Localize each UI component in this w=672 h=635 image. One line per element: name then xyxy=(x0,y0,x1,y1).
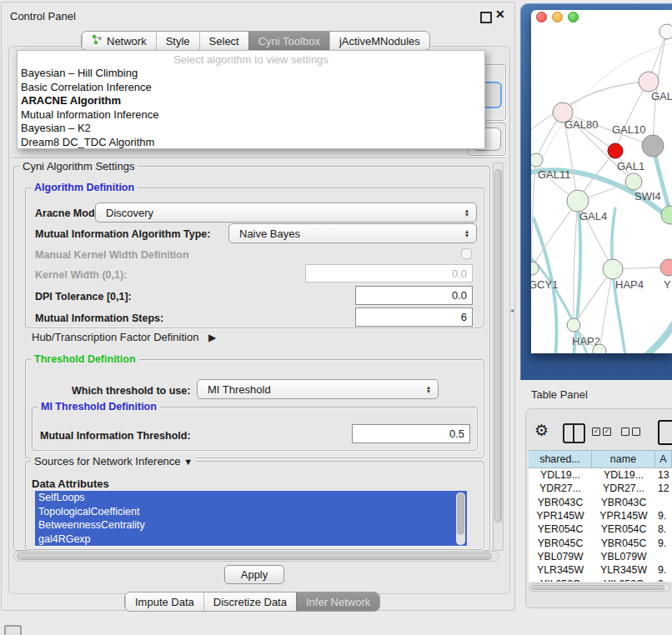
network-node[interactable] xyxy=(608,143,623,158)
settings-vertical-scrollbar[interactable] xyxy=(493,162,504,551)
tab[interactable]: Network xyxy=(82,32,156,50)
table-row[interactable]: YPR145W YPR145W 9. xyxy=(529,509,672,522)
window-zoom-icon[interactable] xyxy=(568,12,579,22)
settings-vertical-scrollbar-thumb[interactable] xyxy=(494,169,502,522)
tab[interactable]: Impute Data xyxy=(125,592,203,611)
network-icon xyxy=(92,34,103,48)
network-node[interactable] xyxy=(639,72,659,92)
network-node[interactable] xyxy=(603,259,623,279)
node-table: shared... name A YDL19... YDL19... 13 YD… xyxy=(529,450,672,582)
column-header-label: A xyxy=(659,453,666,465)
list-item[interactable]: BetweennessCentrality xyxy=(35,518,467,532)
tab[interactable]: Select xyxy=(199,32,248,50)
group-title: Algorithm Definition xyxy=(31,182,138,193)
list-item[interactable]: TopologicalCoefficient xyxy=(35,505,467,519)
hub-definition-expander[interactable]: Hub/Transcription Factor Definition ▶ xyxy=(32,331,216,343)
popup-item-list: Bayesian – Hill Climbing Basic Correlati… xyxy=(18,67,484,149)
table-row[interactable]: YLR345W YLR345W 9. xyxy=(529,563,672,577)
network-node[interactable] xyxy=(625,173,642,190)
cell-shared-name: YBR045C xyxy=(529,536,592,549)
algorithm-option-label: Dream8 DC_TDC Algorithm xyxy=(21,136,154,148)
close-icon[interactable]: ✕ xyxy=(495,8,505,21)
which-threshold-label: Which threshold to use: xyxy=(72,385,190,397)
algorithm-option[interactable]: Basic Correlation Inference xyxy=(18,81,484,95)
table-row[interactable]: YBR043C YBR043C xyxy=(529,496,672,509)
network-node[interactable] xyxy=(567,318,580,332)
table-row[interactable]: YDR27... YDR27... 12 xyxy=(529,482,672,495)
network-node[interactable] xyxy=(642,135,664,157)
table-header-row: shared... name A xyxy=(529,450,672,468)
table-horizontal-scrollbar-thumb[interactable] xyxy=(531,585,664,590)
algorithm-option[interactable]: Bayesian – K2 xyxy=(18,122,484,136)
column-header-label: name xyxy=(610,453,636,465)
cell-name: YLR345W xyxy=(592,563,655,577)
column-header[interactable]: shared... xyxy=(529,450,592,468)
window-close-icon[interactable] xyxy=(536,12,547,22)
network-node[interactable] xyxy=(593,344,606,353)
table-row[interactable]: YBL079W YBL079W xyxy=(529,550,672,563)
float-panel-icon[interactable] xyxy=(480,12,492,23)
select-all-columns-icon[interactable]: ✓✓ xyxy=(592,428,611,436)
network-node[interactable] xyxy=(531,153,543,167)
collapsed-panel-icon[interactable] xyxy=(4,625,22,635)
cell-shared-name: YER054C xyxy=(529,522,592,536)
mi-threshold-field[interactable]: 0.5 xyxy=(352,424,470,443)
algorithm-option[interactable]: ARACNE Algorithm xyxy=(18,94,484,108)
gear-icon[interactable]: ⚙ xyxy=(534,421,549,440)
mi-algorithm-type-value: Naive Bayes xyxy=(229,228,458,240)
algorithm-option[interactable]: Mutual Information Inference xyxy=(18,108,484,122)
tab[interactable]: Discretize Data xyxy=(203,592,296,611)
splitter-collapse-arrow[interactable]: ◂ xyxy=(510,307,514,314)
function-builder-icon[interactable] xyxy=(658,420,672,445)
tab-label: Select xyxy=(209,35,239,48)
column-header[interactable]: name xyxy=(592,450,655,468)
control-panel-window: Control Panel ✕ xyxy=(1,2,515,611)
deselect-all-columns-icon[interactable] xyxy=(621,428,640,436)
tab[interactable]: Cyni Toolbox xyxy=(248,32,329,50)
algorithm-option[interactable]: Dream8 DC_TDC Algorithm xyxy=(18,136,484,150)
network-node[interactable] xyxy=(661,206,672,224)
cell-shared-name: YBR043C xyxy=(529,496,592,509)
tab[interactable]: jActiveMNodules xyxy=(329,32,429,50)
tab-label: Impute Data xyxy=(135,596,194,608)
dpi-tolerance-label: DPI Tolerance [0,1]: xyxy=(35,291,132,302)
settings-horizontal-scrollbar[interactable] xyxy=(13,551,499,562)
network-node[interactable] xyxy=(659,24,672,39)
which-threshold-select[interactable]: MI Threshold ▲▼ xyxy=(197,379,439,399)
table-row[interactable]: YIL052C YIL052C 0. xyxy=(529,577,672,582)
table-row[interactable]: YBR045C YBR045C 9. xyxy=(529,536,672,549)
data-attributes-list[interactable]: SelfLoops TopologicalCoefficient Between… xyxy=(35,491,467,547)
network-node[interactable] xyxy=(567,190,589,212)
network-node-label: SWI4 xyxy=(634,190,661,202)
tab[interactable]: Style xyxy=(156,32,199,50)
window-minimize-icon[interactable] xyxy=(552,12,563,22)
network-canvas[interactable]: GALGAL80GAL10GAL11GAL1SWI4GAL4GCY1HAP4YH… xyxy=(531,10,672,353)
mi-steps-field[interactable]: 6 xyxy=(355,308,473,327)
split-columns-icon[interactable] xyxy=(563,423,585,443)
aracne-mode-select[interactable]: Discovery ▲▼ xyxy=(95,202,477,222)
algorithm-option-label: Basic Correlation Inference xyxy=(21,81,152,93)
network-node[interactable] xyxy=(660,259,672,276)
column-header[interactable]: A xyxy=(655,450,672,468)
table-row[interactable]: YER054C YER054C 8. xyxy=(529,522,672,536)
mi-algorithm-type-select[interactable]: Naive Bayes ▲▼ xyxy=(228,223,477,243)
kernel-width-field[interactable]: 0.0 xyxy=(305,264,473,282)
sources-group-title[interactable]: Sources for Network Inference ▼ xyxy=(31,455,196,468)
settings-horizontal-scrollbar-thumb[interactable] xyxy=(17,552,492,560)
list-item[interactable]: gal4RGexp xyxy=(35,532,467,547)
dpi-tolerance-field[interactable]: 0.0 xyxy=(355,286,473,305)
list-scrollbar[interactable] xyxy=(456,492,465,545)
collapse-arrow-icon: ▼ xyxy=(183,457,193,467)
algorithm-option[interactable]: Bayesian – Hill Climbing xyxy=(18,67,484,81)
list-item-label: TopologicalCoefficient xyxy=(38,506,139,518)
cell-value: 8. xyxy=(655,522,672,536)
cell-value: 13 xyxy=(655,468,672,482)
manual-kernel-checkbox[interactable] xyxy=(461,248,472,259)
list-item[interactable]: SelfLoops xyxy=(35,491,467,505)
tab[interactable]: Infer Network xyxy=(296,592,379,611)
apply-button[interactable]: Apply xyxy=(224,565,284,584)
table-row[interactable]: YDL19... YDL19... 13 xyxy=(529,468,672,482)
list-scrollbar-thumb[interactable] xyxy=(457,493,464,535)
table-horizontal-scrollbar[interactable] xyxy=(529,583,670,592)
network-node-label: GAL1 xyxy=(617,160,644,172)
